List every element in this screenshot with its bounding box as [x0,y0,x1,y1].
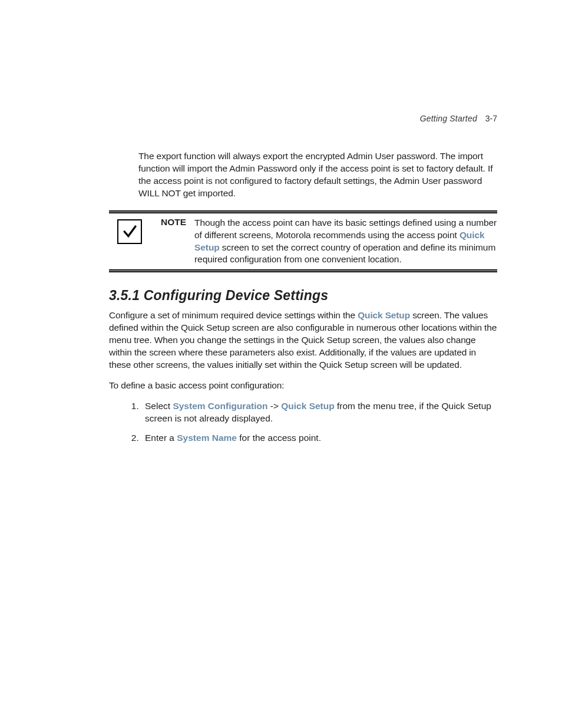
note-box: NOTE Though the access point can have it… [109,210,497,273]
steps-list: Select System Configuration -> Quick Set… [124,400,497,444]
running-header-page: 3-7 [485,114,497,123]
checkmark-icon [117,219,142,244]
section-para-1: Configure a set of minimum required devi… [109,309,497,371]
step1-pre: Select [145,401,173,411]
page-container: Getting Started 3-7 The export function … [0,0,562,728]
note-body: Though the access point can have its bas… [194,217,497,266]
section-para-2: To define a basic access point configura… [109,380,497,392]
note-label: NOTE [150,217,194,228]
intro-paragraph: The export function will always export t… [138,150,497,200]
note-icon-cell [109,217,150,244]
para1-pre: Configure a set of minimum required devi… [109,310,358,320]
para1-keyword-quick-setup: Quick Setup [358,310,410,320]
step2-keyword-system-name: System Name [177,433,237,443]
note-body-pre: Though the access point can have its bas… [194,218,497,240]
step1-keyword-system-configuration: System Configuration [173,401,267,411]
step1-mid: -> [267,401,281,411]
note-body-post: screen to set the correct country of ope… [194,242,495,265]
running-header-title: Getting Started [420,114,477,123]
step2-pre: Enter a [145,433,177,443]
step1-keyword-quick-setup: Quick Setup [281,401,334,411]
section-heading: 3.5.1 Configuring Device Settings [109,288,497,304]
step-1: Select System Configuration -> Quick Set… [141,400,497,425]
running-header: Getting Started 3-7 [420,114,497,123]
step-2: Enter a System Name for the access point… [141,432,497,444]
step2-post: for the access point. [237,433,321,443]
